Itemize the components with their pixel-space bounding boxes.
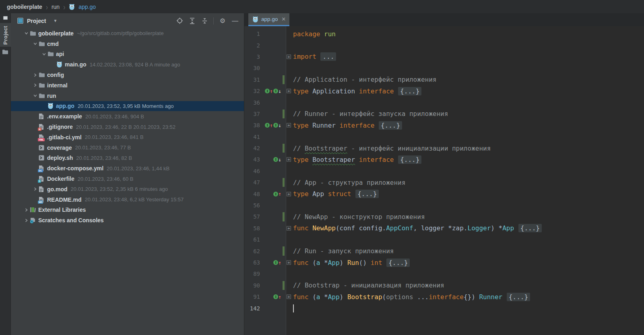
tree-item-run[interactable]: run [11, 91, 244, 101]
fold-toggle-icon[interactable]: + [287, 226, 291, 230]
implements-marker-icon[interactable]: I↑ [273, 294, 281, 300]
code-line-142[interactable]: 142 [244, 302, 644, 314]
code-line-36[interactable]: 36 [244, 97, 644, 108]
code-line-46[interactable]: 46 [244, 165, 644, 177]
code-line-30[interactable]: 30 [244, 62, 644, 74]
breadcrumb-dir[interactable]: run [52, 4, 60, 10]
token-txt: (conf config. [336, 224, 386, 232]
hide-icon[interactable]: — [230, 16, 240, 26]
folded-region[interactable]: {...} [398, 155, 421, 164]
code-line-47[interactable]: 47// App - структура приложения [244, 177, 644, 188]
tab-app-go[interactable]: app.go ✕ [248, 13, 289, 26]
folded-region[interactable]: ... [320, 52, 336, 61]
folded-region[interactable]: {...} [355, 190, 379, 198]
implements-marker-icon[interactable]: I↑ [273, 191, 281, 196]
fold-toggle-icon[interactable]: + [287, 123, 291, 128]
implementations-marker-icon[interactable]: I↓ [273, 123, 281, 128]
token-kw: interface [429, 293, 464, 301]
tree-item-main-go[interactable]: main.go14.02.2023, 23:08, 924 B A minute… [11, 59, 244, 70]
project-stripe-button[interactable]: Project [0, 23, 11, 47]
code-line-91[interactable]: 91I↑+func (a *App) Bootstrap(options ...… [244, 291, 644, 302]
vcs-change-marker [283, 144, 285, 153]
chevron-down-icon[interactable] [41, 52, 47, 56]
tree-item-readme-md[interactable]: MDREADME.md20.01.2023, 23:48, 6,2 kB Yes… [11, 194, 244, 205]
code-line-37[interactable]: 37// Runner - интерфейс запуска приложен… [244, 108, 644, 120]
folded-region[interactable]: {...} [386, 258, 410, 267]
code-line-62[interactable]: 62// Run - запуск приложения [244, 245, 644, 256]
go-file-icon [56, 61, 65, 68]
code-line-56[interactable]: 56 [244, 200, 644, 211]
tree-item-app-go[interactable]: app.go20.01.2023, 23:52, 3,95 kB Moments… [11, 101, 244, 112]
folded-region[interactable]: {...} [398, 87, 421, 95]
code-line-3[interactable]: 3+import ... [244, 51, 644, 62]
project-panel-title[interactable]: Project [27, 18, 46, 24]
tree-item-cmd[interactable]: cmd [11, 39, 244, 49]
fold-toggle-icon[interactable]: + [287, 157, 291, 162]
tree-item--env-example[interactable]: .env.example20.01.2023, 23:46, 904 B [11, 111, 244, 122]
fold-toggle-icon[interactable]: + [287, 261, 291, 265]
chevron-right-icon[interactable] [32, 73, 39, 77]
chevron-down-icon[interactable]: ▼ [53, 19, 57, 23]
tree-item-go-mod[interactable]: go.mod20.01.2023, 23:52, 2,35 kB 6 minut… [11, 184, 244, 194]
collapse-all-icon[interactable] [200, 16, 209, 26]
breadcrumb-file[interactable]: app.go [78, 4, 96, 10]
folded-region[interactable]: {...} [518, 224, 542, 232]
code-line-63[interactable]: 63I↑+func (a *App) Run() int {...} [244, 257, 644, 268]
tree-item-goboilerplate[interactable]: goboilerplate~/go/src/gitlab.com/ptflp/g… [11, 28, 244, 39]
tree-item-internal[interactable]: internal [11, 80, 244, 91]
implementations-marker-icon[interactable]: I↓ [273, 89, 281, 94]
chevron-down-icon[interactable] [32, 42, 39, 45]
code-line-42[interactable]: 42// Bootstraper - интерфейс инициализац… [244, 143, 644, 154]
code-line-32[interactable]: 32I↑I↓+type Application interface {...} [244, 85, 644, 97]
line-number: 142 [244, 305, 263, 312]
code-area[interactable]: 1package run23+import ...3031// Applicat… [244, 26, 644, 335]
folded-region[interactable]: {...} [379, 121, 402, 130]
fold-toggle-icon[interactable]: + [287, 89, 291, 93]
implements-marker-icon[interactable]: I↑ [265, 123, 273, 128]
implements-marker-icon[interactable]: I↑ [265, 89, 273, 94]
breadcrumb-project[interactable]: goboilerplate [7, 4, 42, 10]
tree-item-coverage[interactable]: coverage20.01.2023, 23:46, 77 B [11, 143, 244, 153]
chevron-down-icon[interactable] [32, 94, 39, 97]
tree-item-scratches-and-consoles[interactable]: Scratches and Consoles [11, 215, 244, 225]
project-panel: Project ▼ ⚙ — goboilerpla [11, 13, 244, 335]
settings-icon[interactable]: ⚙ [218, 16, 227, 26]
code-line-61[interactable]: 61 [244, 234, 644, 245]
tree-item-dockerfile[interactable]: DDockerfile20.01.2023, 23:46, 60 B [11, 174, 244, 184]
code-line-90[interactable]: 90// Bootstrap - инициализация приложени… [244, 280, 644, 291]
token-typ: Runner [479, 293, 502, 301]
chevron-down-icon[interactable] [23, 31, 30, 35]
code-line-48[interactable]: 48I↑+type App struct {...} [244, 188, 644, 199]
tree-item-external-libraries[interactable]: External Libraries [11, 205, 244, 215]
close-icon[interactable]: ✕ [281, 17, 286, 22]
code-line-31[interactable]: 31// Application - интерфейс приложения [244, 74, 644, 85]
tree-item-docker-compose-yml[interactable]: DCdocker-compose.yml20.01.2023, 23:46, 1… [11, 163, 244, 174]
folded-region[interactable]: {...} [507, 293, 530, 301]
token-txt [309, 224, 313, 232]
locate-icon[interactable] [175, 16, 184, 26]
code-line-41[interactable]: 41 [244, 131, 644, 143]
expand-all-icon[interactable] [187, 16, 197, 26]
fold-toggle-icon[interactable]: + [287, 192, 291, 196]
tree-item-deploy-sh[interactable]: deploy.sh20.01.2023, 23:46, 82 B [11, 153, 244, 163]
code-line-1[interactable]: 1package run [244, 28, 644, 39]
fold-toggle-icon[interactable]: + [287, 295, 291, 299]
code-line-43[interactable]: 43I↓+type Bootstraper interface {...} [244, 154, 644, 165]
chevron-right-icon[interactable] [23, 219, 30, 222]
chevron-right-icon[interactable] [32, 83, 39, 87]
chevron-right-icon[interactable] [23, 208, 30, 212]
tree-item-config[interactable]: config [11, 70, 244, 80]
tree-item--gitignore[interactable]: ⊘.gitignore20.01.2023, 23:46, 22 B 20.01… [11, 122, 244, 132]
tree-item--gitlab-ci-yml[interactable]: YML.gitlab-ci.yml20.01.2023, 23:46, 841 … [11, 132, 244, 143]
chevron-right-icon[interactable] [32, 187, 39, 191]
tree-item-api[interactable]: api [11, 49, 244, 60]
code-line-89[interactable]: 89 [244, 268, 644, 279]
implements-marker-icon[interactable]: I↑ [273, 260, 281, 265]
code-line-38[interactable]: 38I↑I↓+type Runner interface {...} [244, 120, 644, 131]
implementations-marker-icon[interactable]: I↓ [273, 157, 281, 162]
code-line-57[interactable]: 57// NewApp - конструктор приложения [244, 211, 644, 222]
fold-toggle-icon[interactable]: + [287, 54, 291, 59]
code-line-2[interactable]: 2 [244, 39, 644, 51]
tree-item-label: Scratches and Consoles [38, 217, 104, 223]
code-line-58[interactable]: 58+func NewApp(conf config.AppConf, logg… [244, 223, 644, 234]
